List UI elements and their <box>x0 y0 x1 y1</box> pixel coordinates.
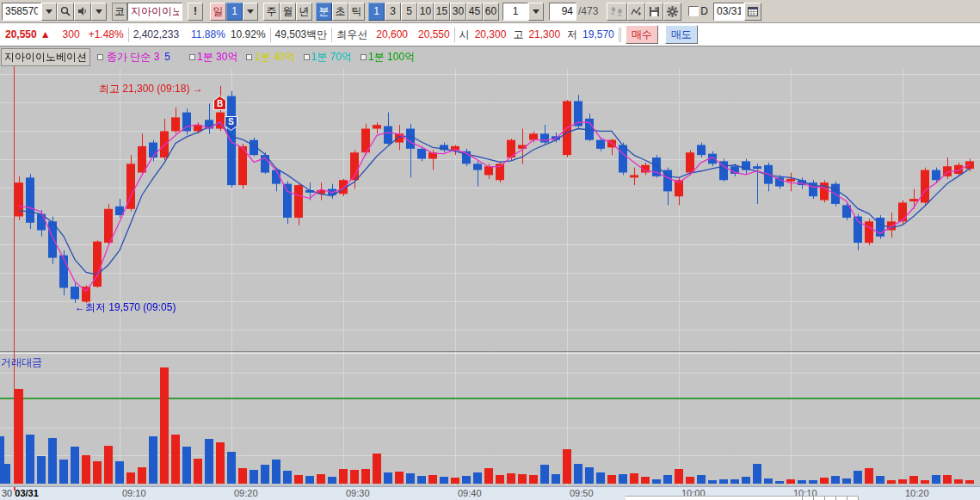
minute-button-45[interactable]: 45 <box>466 3 483 21</box>
high-label: 고 <box>513 28 523 42</box>
high-annotation: 최고 21,300 (09:18) → <box>99 82 203 96</box>
axis-time-label: 09:20 <box>234 488 258 498</box>
interval-unit-dropdown[interactable] <box>528 3 544 21</box>
volume-ratio-percent: 10.92% <box>231 28 266 40</box>
high-price: 21,300 <box>528 28 560 40</box>
track-bars-button[interactable] <box>607 3 627 21</box>
legend-ma5-label[interactable]: 5 <box>164 51 170 63</box>
period-day-count-button[interactable]: 1 <box>226 3 243 21</box>
legend-stock-name[interactable]: 지아이이노베이션 <box>1 48 90 66</box>
legend-volume-item-3[interactable]: 1분 100억 <box>352 50 415 65</box>
sound-alert-button[interactable] <box>74 3 91 21</box>
daily-checkbox-label: D <box>699 5 710 17</box>
interval-unit-input[interactable] <box>502 3 528 21</box>
best-ask-price: 20,600 <box>376 28 408 40</box>
legend-volume-item-2[interactable]: 1분 70억 <box>295 50 352 65</box>
calendar-button[interactable] <box>744 3 761 21</box>
legend-item-label: 1분 100억 <box>368 50 415 65</box>
low-annotation: ←최저 19,570 (09:05) <box>75 300 176 315</box>
market-type-label: 코 <box>112 3 127 21</box>
period-button-group: 주월년 <box>263 3 312 21</box>
legend-ma3-label[interactable]: 종가 단순 3 <box>107 50 159 65</box>
period-button-년[interactable]: 년 <box>296 3 312 21</box>
period-day-button[interactable]: 일 <box>210 3 226 21</box>
minute-button-3[interactable]: 3 <box>385 3 401 21</box>
legend-checkbox[interactable] <box>246 54 252 60</box>
axis-time-label: 09:10 <box>122 488 146 498</box>
type-button-초[interactable]: 초 <box>332 3 348 21</box>
alert-button[interactable]: ! <box>188 3 203 21</box>
axis-time-label: 10:20 <box>905 488 929 498</box>
price-info-bar: 20,550 ▲ 300 +1.48% 2,402,233 11.88% 10.… <box>0 23 980 46</box>
volume-value: 2,402,233 <box>133 28 179 40</box>
trendline-button[interactable] <box>627 3 645 21</box>
period-day-dropdown[interactable] <box>243 3 258 21</box>
period-button-월[interactable]: 월 <box>280 3 296 21</box>
trendline-plus-icon <box>631 6 642 16</box>
axis-time-label: 09:50 <box>570 488 594 498</box>
open-price: 20,300 <box>475 28 507 40</box>
minute-preset-group: 1351015304560 <box>368 3 499 21</box>
legend-checkbox[interactable] <box>189 54 195 60</box>
chart-window: 코 ! 일 1 주월년 분초틱 1351015304560 /473 <box>0 0 980 500</box>
settings-button[interactable] <box>663 3 681 21</box>
sound-alert-dropdown[interactable] <box>91 3 107 21</box>
period-button-주[interactable]: 주 <box>263 3 280 21</box>
buy-button[interactable]: 매수 <box>626 25 658 44</box>
turnover-percent: 11.88% <box>191 28 225 40</box>
svg-text:S: S <box>228 116 234 126</box>
axis-day-label: 30 03/31 <box>2 488 39 498</box>
change-value: 300 <box>63 28 80 40</box>
legend-checkbox[interactable] <box>361 54 367 60</box>
chart-type-button-group: 분초틱 <box>316 3 365 21</box>
calendar-icon <box>748 6 758 16</box>
search-icon <box>60 6 71 16</box>
bar-count-input[interactable] <box>549 3 576 21</box>
minute-button-15[interactable]: 15 <box>434 3 450 21</box>
stock-code-dropdown[interactable] <box>41 3 57 21</box>
current-price: 20,550 <box>5 28 37 40</box>
chart-legend: 지아이이노베이션 종가 단순 3 5 1분 30억1분 40억1분 70억1분 … <box>1 48 415 65</box>
type-button-분[interactable]: 분 <box>316 3 332 21</box>
date-input[interactable] <box>713 3 744 21</box>
stock-code-input[interactable] <box>2 3 41 21</box>
chevron-down-icon <box>533 9 539 14</box>
low-price: 19,570 <box>582 28 614 40</box>
buy-marker-badge: B <box>213 96 226 110</box>
ma-checkbox[interactable] <box>97 54 103 60</box>
best-quote-label: 최우선 <box>336 28 367 42</box>
save-icon <box>649 6 660 17</box>
minute-button-60[interactable]: 60 <box>483 3 499 21</box>
sell-button[interactable]: 매도 <box>665 25 698 44</box>
legend-volume-item-1[interactable]: 1분 40억 <box>237 50 294 65</box>
axis-time-label: 09:40 <box>458 488 482 498</box>
chevron-down-icon <box>247 9 254 14</box>
save-button[interactable] <box>645 3 663 21</box>
type-button-틱[interactable]: 틱 <box>348 3 365 21</box>
axis-time-label: 09:30 <box>346 488 370 498</box>
search-button[interactable] <box>57 3 74 21</box>
legend-volume-item-0[interactable]: 1분 30억 <box>181 50 237 65</box>
change-arrow-icon: ▲ <box>40 28 51 40</box>
minute-button-1[interactable]: 1 <box>368 3 385 21</box>
chevron-down-icon <box>46 9 52 14</box>
legend-item-label: 1분 30억 <box>197 50 237 65</box>
change-percent: +1.48% <box>89 28 124 40</box>
gear-icon <box>667 6 678 17</box>
volume-pane-label: 거래대금 <box>1 355 42 370</box>
svg-text:B: B <box>217 99 223 108</box>
trade-amount: 49,503백만 <box>275 28 328 42</box>
legend-item-label: 1분 40억 <box>254 50 294 65</box>
minute-button-10[interactable]: 10 <box>417 3 434 21</box>
open-label: 시 <box>459 28 470 42</box>
daily-checkbox[interactable] <box>688 6 699 16</box>
mini-scrollbar[interactable] <box>626 496 858 500</box>
minute-button-30[interactable]: 30 <box>450 3 466 21</box>
bar-total-label: /473 <box>576 5 600 17</box>
legend-checkbox[interactable] <box>304 54 310 60</box>
minute-button-5[interactable]: 5 <box>401 3 417 21</box>
stock-name-input[interactable] <box>127 3 182 21</box>
low-label: 저 <box>567 28 577 42</box>
candlestick-chart-canvas[interactable] <box>0 46 980 486</box>
speaker-icon <box>77 6 88 16</box>
